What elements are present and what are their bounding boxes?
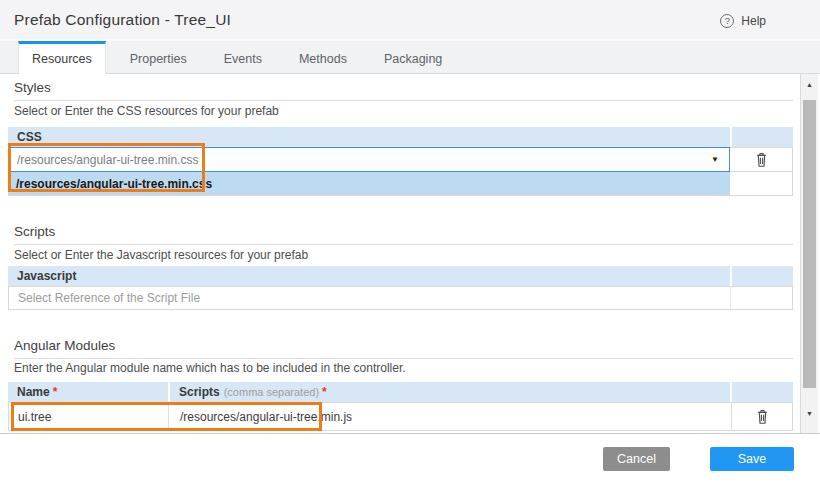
tab-packaging[interactable]: Packaging <box>371 41 455 73</box>
styles-section-description: Select or Enter the CSS resources for yo… <box>14 104 279 118</box>
javascript-resource-row: Select Reference of the Script File <box>8 286 793 310</box>
required-marker: * <box>53 385 58 399</box>
javascript-column-header: Javascript <box>8 269 730 283</box>
javascript-resources-table: Javascript Select Reference of the Scrip… <box>8 266 793 310</box>
angular-modules-table-header: Name* Scripts(comma separated)* <box>8 382 793 402</box>
chevron-down-icon: ▼ <box>711 155 719 164</box>
angular-modules-table: Name* Scripts(comma separated)* ui.tree … <box>8 382 793 431</box>
scroll-up-arrow-icon[interactable]: ▲ <box>801 76 818 92</box>
name-column-header: Name* <box>8 385 168 399</box>
css-column-header: CSS <box>8 130 730 144</box>
css-table-header: CSS <box>8 127 793 147</box>
tab-resources[interactable]: Resources <box>18 41 106 74</box>
css-resource-row: /resources/angular-ui-tree.min.css ▼ <box>8 147 793 172</box>
trash-icon <box>755 409 770 425</box>
resources-panel: Styles Select or Enter the CSS resources… <box>0 74 800 433</box>
tab-bar: Resources Properties Events Methods Pack… <box>0 41 820 74</box>
tab-methods[interactable]: Methods <box>286 41 360 73</box>
tab-events[interactable]: Events <box>211 41 275 73</box>
help-button[interactable]: ? Help <box>720 0 766 41</box>
help-icon: ? <box>720 14 734 28</box>
dialog-titlebar: Prefab Configuration - Tree_UI ? Help <box>0 0 820 41</box>
save-button[interactable]: Save <box>710 447 794 471</box>
tab-properties[interactable]: Properties <box>117 41 200 73</box>
scrollbar-thumb[interactable] <box>803 100 816 388</box>
javascript-table-header: Javascript <box>8 266 793 286</box>
dialog-footer: Cancel Save <box>0 433 820 489</box>
css-dropdown-list: /resources/angular-ui-tree.min.css <box>8 172 793 195</box>
dialog-title: Prefab Configuration - Tree_UI <box>14 11 231 29</box>
javascript-row-action-cell <box>730 287 792 309</box>
angular-modules-section-heading: Angular Modules <box>14 338 793 359</box>
scroll-down-arrow-icon[interactable]: ▼ <box>801 405 818 421</box>
css-dropdown-option[interactable]: /resources/angular-ui-tree.min.css <box>8 172 730 195</box>
delete-css-resource-button[interactable] <box>752 150 771 170</box>
cancel-button[interactable]: Cancel <box>603 447 670 471</box>
module-name-input[interactable]: ui.tree <box>9 403 169 430</box>
javascript-resource-input[interactable]: Select Reference of the Script File <box>9 287 730 309</box>
scripts-column-header: Scripts(comma separated)* <box>170 385 730 399</box>
delete-module-button[interactable] <box>753 407 772 427</box>
vertical-scrollbar[interactable]: ▲ ▼ <box>800 74 818 433</box>
scripts-section-description: Select or Enter the Javascript resources… <box>14 248 308 262</box>
css-resource-select[interactable]: /resources/angular-ui-tree.min.css ▼ <box>8 147 730 172</box>
css-row-action-cell <box>730 147 793 172</box>
module-row: ui.tree /resources/angular-ui-tree.min.j… <box>8 402 793 431</box>
help-label: Help <box>741 14 766 28</box>
module-row-action-cell <box>731 403 792 430</box>
trash-icon <box>754 152 769 168</box>
scripts-section-heading: Scripts <box>14 224 793 245</box>
required-marker: * <box>322 385 327 399</box>
styles-section-heading: Styles <box>14 80 793 101</box>
css-resources-table: CSS /resources/angular-ui-tree.min.css ▼ <box>8 127 793 196</box>
angular-modules-section-description: Enter the Angular module name which has … <box>14 361 406 375</box>
module-scripts-input[interactable]: /resources/angular-ui-tree.min.js <box>169 403 731 430</box>
scripts-column-note: (comma separated) <box>224 386 319 398</box>
css-resource-select-value: /resources/angular-ui-tree.min.css <box>17 153 711 167</box>
